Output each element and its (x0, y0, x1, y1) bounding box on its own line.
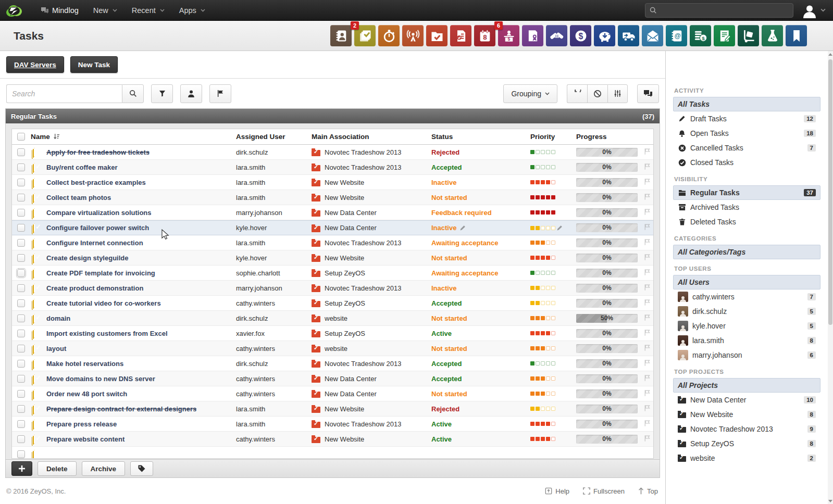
vertical-scrollbar[interactable] (828, 51, 833, 504)
task-name-link[interactable]: Buy/rent coffee maker (46, 163, 236, 171)
association-link[interactable]: New Data Center (325, 209, 377, 217)
nav-menu-recent[interactable]: Recent (132, 6, 165, 15)
flag-icon[interactable] (644, 284, 651, 291)
task-row[interactable]: Create tutorial video for co-workerscath… (12, 296, 653, 311)
flag-icon[interactable] (644, 314, 651, 321)
association-link[interactable]: New Website (325, 254, 364, 262)
task-name-link[interactable]: Create tutorial video for co-workers (46, 299, 236, 307)
task-name-link[interactable]: Make hotel reservations (46, 360, 236, 368)
scroll-up-arrow[interactable] (828, 51, 833, 57)
col-status[interactable]: Status (431, 133, 530, 141)
search-input[interactable] (6, 84, 122, 103)
sidebar-item-all-projects[interactable]: All Projects (673, 378, 820, 393)
row-checkbox[interactable] (17, 239, 25, 247)
scroll-down-arrow[interactable] (828, 498, 833, 504)
task-row[interactable]: Move domains to new DNS servercathy.wint… (12, 371, 653, 386)
flag-icon[interactable] (644, 238, 651, 246)
row-checkbox[interactable] (17, 163, 25, 171)
flag-icon[interactable] (644, 435, 651, 442)
user-avatar[interactable] (802, 3, 817, 18)
row-checkbox[interactable] (17, 360, 25, 368)
flag-icon[interactable] (644, 389, 651, 397)
sidebar-item-marry-johanson[interactable]: marry.johanson6 (673, 348, 820, 362)
association-link[interactable]: New Website (325, 405, 364, 413)
flag-icon[interactable] (644, 148, 651, 155)
sidebar-item-kyle-hover[interactable]: kyle.hover5 (673, 319, 820, 333)
task-name-link[interactable]: Create PDF template for invoicing (46, 269, 236, 277)
task-row[interactable]: Create product demonstrationmarry.johans… (12, 281, 653, 296)
association-link[interactable]: New Data Center (325, 224, 377, 232)
nav-mindlog[interactable]: Mindlog (41, 6, 79, 15)
col-progress[interactable]: Progress (576, 133, 644, 141)
navbar-search-input[interactable] (660, 6, 780, 14)
nav-menu-apps[interactable]: Apps (179, 6, 205, 15)
task-name-link[interactable]: Prepare press release (46, 420, 236, 428)
settings-sliders-button[interactable] (607, 84, 628, 103)
sidebar-item-lara-smith[interactable]: lara.smith8 (673, 333, 820, 348)
app-newsletter-icon[interactable]: @ (666, 25, 687, 46)
flag-icon[interactable] (644, 254, 651, 261)
flag-icon[interactable] (644, 359, 651, 367)
task-name-link[interactable]: Compare virtualization solutions (46, 209, 236, 217)
scrollbar-thumb[interactable] (828, 59, 832, 325)
sidebar-item-setup-zeyos[interactable]: Setup ZeyOS8 (673, 436, 820, 451)
app-addressbook-icon[interactable] (330, 25, 352, 46)
association-link[interactable]: Setup ZeyOS (325, 269, 365, 277)
app-calendar-icon[interactable]: 8 (474, 25, 495, 46)
task-row[interactable] (12, 447, 653, 459)
task-row[interactable]: Create PDF template for invoicingsophie.… (12, 266, 653, 281)
task-row[interactable]: Collect best-practice exampleslara.smith… (12, 175, 653, 190)
col-assigned-user[interactable]: Assigned User (236, 133, 312, 141)
task-row[interactable]: Configure Internet connectionlara.smithN… (12, 235, 653, 250)
task-row[interactable]: Configure failover power switchkyle.hove… (12, 220, 653, 235)
row-checkbox[interactable] (17, 284, 25, 292)
row-checkbox[interactable] (17, 375, 25, 383)
clear-filter-button[interactable] (587, 84, 607, 103)
flag-icon[interactable] (644, 193, 651, 200)
app-bookmarks-icon[interactable] (786, 25, 807, 46)
task-row[interactable]: Compare virtualization solutionsmarry.jo… (12, 205, 653, 220)
app-savings-icon[interactable] (594, 25, 615, 46)
sidebar-item-website[interactable]: website2 (673, 451, 820, 465)
task-name-link[interactable]: Create design styleguilde (46, 254, 236, 262)
back-to-top-link[interactable]: Top (638, 487, 658, 495)
row-checkbox[interactable] (17, 148, 25, 156)
association-link[interactable]: New Website (325, 179, 364, 186)
task-name-link[interactable]: Prepare design contract for external des… (46, 405, 236, 413)
flag-icon[interactable] (644, 178, 651, 185)
app-mail-icon[interactable] (642, 25, 663, 46)
app-timetracker-icon[interactable] (378, 25, 400, 46)
sidebar-item-all-categories-tags[interactable]: All Categories/Tags (673, 245, 820, 259)
sidebar-item-dirk-schulz[interactable]: dirk.schulz5 (673, 304, 820, 319)
sort-icon[interactable] (53, 133, 60, 140)
app-quotes-icon[interactable] (450, 25, 471, 46)
archive-button[interactable]: Archive (82, 461, 126, 476)
search-button[interactable] (122, 84, 144, 103)
delete-button[interactable]: Delete (38, 461, 77, 476)
new-task-button[interactable]: New Task (70, 56, 118, 73)
col-name[interactable]: Name (31, 133, 50, 141)
row-checkbox[interactable] (17, 330, 25, 337)
row-checkbox[interactable] (17, 390, 25, 398)
flag-icon[interactable] (644, 420, 651, 427)
filter-button[interactable] (151, 84, 173, 103)
row-checkbox[interactable] (17, 299, 25, 307)
sidebar-item-new-data-center[interactable]: New Data Center10 (673, 393, 820, 407)
task-name-link[interactable]: Apply for free tradeshow tickets (46, 148, 236, 156)
association-link[interactable]: website (325, 314, 347, 322)
flag-icon[interactable] (644, 208, 651, 216)
association-link[interactable]: Novotec Tradeshow 2013 (325, 239, 401, 247)
task-name-link[interactable]: Configure failover power switch (46, 224, 236, 232)
sidebar-item-closed-tasks[interactable]: Closed Tasks (673, 155, 820, 170)
sidebar-item-open-tasks[interactable]: Open Tasks18 (673, 126, 820, 141)
association-link[interactable]: Novotec Tradeshow 2013 (325, 148, 401, 156)
col-main-association[interactable]: Main Association (312, 133, 431, 141)
row-checkbox[interactable] (17, 209, 25, 217)
sidebar-item-archived-tasks[interactable]: Archived Tasks (673, 200, 820, 215)
task-name-link[interactable]: Configure Internet connection (46, 239, 236, 247)
association-link[interactable]: New Data Center (325, 375, 377, 383)
row-checkbox[interactable] (17, 435, 25, 443)
sidebar-item-all-users[interactable]: All Users (673, 275, 820, 289)
association-link[interactable]: website (325, 345, 347, 352)
row-checkbox[interactable] (17, 345, 25, 352)
